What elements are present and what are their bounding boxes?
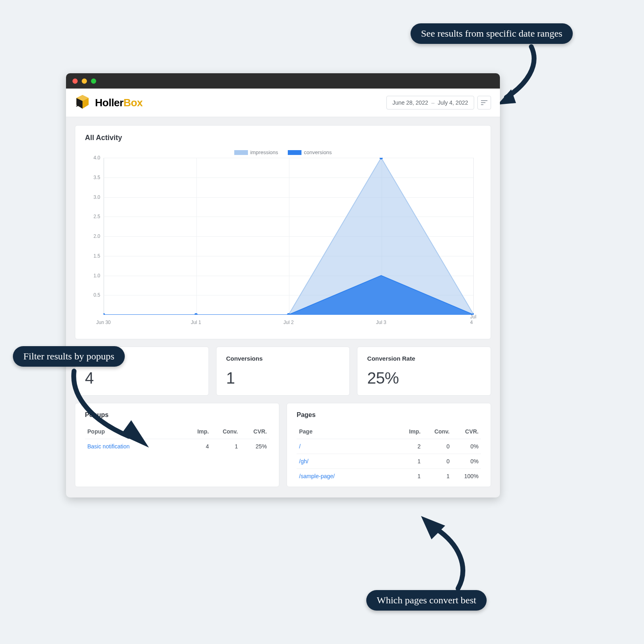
cell-conv: 0	[423, 454, 452, 469]
brand: HollerBox	[75, 94, 142, 111]
page-link[interactable]: /	[299, 443, 301, 450]
cell-imp: 4	[182, 439, 211, 454]
stat-label: Conversions	[226, 355, 340, 362]
app-topbar: HollerBox June 28, 2022 – July 4, 2022	[66, 89, 500, 117]
sort-icon	[481, 100, 487, 105]
arrow-to-date	[495, 44, 551, 105]
table-row: /200%	[297, 439, 481, 454]
x-axis-tick: Jul 1	[191, 320, 201, 325]
sort-button[interactable]	[477, 96, 491, 109]
col-imp: Imp.	[394, 424, 423, 439]
y-axis-tick: 3.0	[85, 194, 103, 200]
svg-point-9	[194, 313, 198, 315]
activity-card: All Activity impressions conversions 4.0…	[75, 125, 491, 339]
cell-cvr: 0%	[452, 439, 481, 454]
y-axis-tick: 1.0	[85, 273, 103, 279]
y-axis-tick: 1.5	[85, 253, 103, 259]
chart-legend: impressions conversions	[85, 149, 481, 155]
date-separator: –	[431, 99, 435, 106]
page-link[interactable]: /sample-page/	[299, 473, 335, 479]
date-range-picker[interactable]: June 28, 2022 – July 4, 2022	[386, 96, 474, 109]
window-minimize-dot[interactable]	[82, 78, 87, 84]
svg-rect-7	[481, 104, 483, 105]
svg-rect-5	[481, 100, 487, 101]
stat-conversion-rate: Conversion Rate 25%	[357, 347, 491, 396]
pages-title: Pages	[297, 411, 481, 419]
table-row: /sample-page/11100%	[297, 469, 481, 484]
brand-logo-icon	[75, 94, 90, 111]
x-axis-tick: Jul 4	[470, 314, 477, 325]
arrow-to-pages	[414, 514, 478, 591]
cell-cvr: 25%	[240, 439, 269, 454]
activity-title: All Activity	[85, 134, 481, 142]
callout-date-ranges: See results from specific date ranges	[411, 23, 573, 44]
y-axis-tick: 2.5	[85, 214, 103, 219]
col-cvr: CVR.	[452, 424, 481, 439]
col-cvr: CVR.	[240, 424, 269, 439]
col-page: Page	[297, 424, 394, 439]
cell-cvr: 0%	[452, 454, 481, 469]
page-link[interactable]: /gh/	[299, 458, 308, 464]
cell-imp: 1	[394, 454, 423, 469]
svg-marker-14	[421, 516, 445, 539]
pages-table: Page Imp. Conv. CVR. /200%/gh/100%/sampl…	[297, 424, 481, 483]
cell-cvr: 100%	[452, 469, 481, 484]
svg-rect-6	[481, 102, 485, 103]
y-axis-tick: 3.5	[85, 175, 103, 180]
cell-conv: 0	[423, 439, 452, 454]
svg-point-8	[103, 313, 105, 315]
window-zoom-dot[interactable]	[91, 78, 96, 84]
stat-label: Conversion Rate	[367, 355, 481, 362]
date-end: July 4, 2022	[438, 99, 469, 106]
titlebar	[66, 73, 500, 89]
x-axis-tick: Jul 2	[283, 320, 293, 325]
col-conv: Conv.	[211, 424, 240, 439]
date-start: June 28, 2022	[392, 99, 428, 106]
brand-text: HollerBox	[95, 97, 142, 109]
cell-conv: 1	[423, 469, 452, 484]
x-axis-tick: Jun 30	[96, 320, 111, 325]
svg-marker-13	[121, 420, 149, 448]
cell-imp: 1	[394, 469, 423, 484]
cell-conv: 1	[211, 439, 240, 454]
window-close-dot[interactable]	[72, 78, 78, 84]
chart-area: 4.03.53.02.52.01.51.00.5 Jun 30Jul 1Jul …	[85, 158, 481, 331]
cell-imp: 2	[394, 439, 423, 454]
col-conv: Conv.	[423, 424, 452, 439]
callout-filter-popups: Filter results by popups	[13, 346, 125, 367]
x-axis-tick: Jul 3	[376, 320, 386, 325]
callout-pages-convert: Which pages convert best	[366, 590, 487, 611]
arrow-to-popups	[68, 369, 153, 453]
stat-value: 1	[226, 369, 340, 387]
y-axis-tick: 2.0	[85, 233, 103, 239]
stat-conversions: Conversions 1	[216, 347, 350, 396]
col-imp: Imp.	[182, 424, 211, 439]
y-axis-tick: 0.5	[85, 292, 103, 298]
stat-value: 25%	[367, 369, 481, 387]
table-row: /gh/100%	[297, 454, 481, 469]
y-axis-tick: 4.0	[85, 155, 103, 161]
pages-card: Pages Page Imp. Conv. CVR. /200%/gh/100%…	[287, 403, 491, 487]
